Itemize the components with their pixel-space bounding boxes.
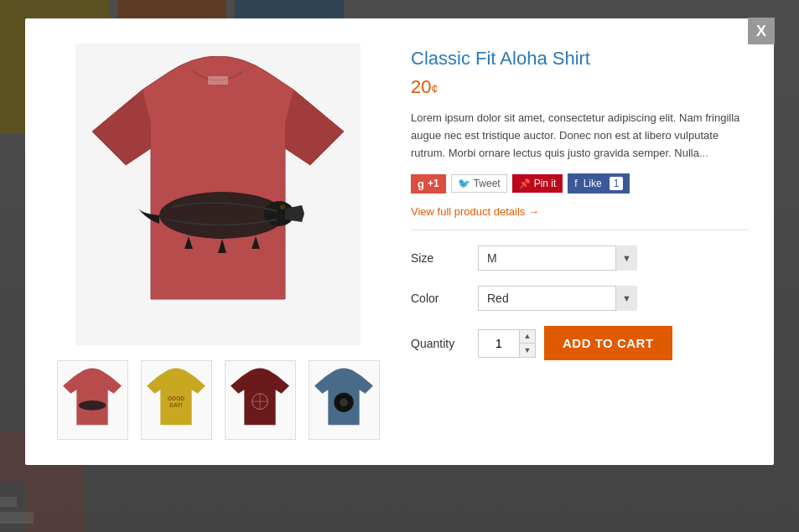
divider: [411, 230, 749, 230]
twitter-icon: 🐦: [458, 178, 470, 189]
color-select[interactable]: Red Blue Green Yellow Black White: [478, 286, 637, 311]
size-select[interactable]: XS S M L XL XXL: [478, 245, 637, 271]
social-buttons: g +1 🐦 Tweet 📌 Pin it f Like 1: [411, 173, 749, 194]
price-value: 20: [411, 76, 431, 97]
color-label: Color: [411, 292, 478, 305]
product-details: Classic Fit Aloha Shirt 20¢ Lorem ipsum …: [411, 44, 749, 440]
svg-text:DAY!: DAY!: [169, 402, 182, 408]
gplus-icon: g: [418, 178, 424, 190]
quantity-spinners: ▲ ▼: [519, 330, 535, 357]
pinterest-icon: 📌: [519, 178, 531, 189]
size-row: Size XS S M L XL XXL ▼: [411, 245, 749, 271]
facebook-button[interactable]: f Like 1: [568, 173, 630, 194]
svg-point-2: [280, 204, 285, 209]
facebook-icon: f: [574, 178, 577, 189]
quantity-input-group: ▲ ▼: [478, 329, 536, 358]
description-more-link[interactable]: ...: [699, 147, 708, 159]
tweet-button[interactable]: 🐦 Tweet: [451, 174, 507, 193]
thumbnail-4[interactable]: [309, 360, 380, 440]
quantity-label: Quantity: [411, 337, 478, 350]
svg-rect-3: [208, 76, 228, 85]
facebook-count: 1: [610, 177, 624, 190]
product-price: 20¢: [411, 76, 749, 98]
thumbnail-1[interactable]: [57, 360, 128, 440]
quantity-up-button[interactable]: ▲: [520, 330, 535, 343]
product-modal: X: [25, 18, 774, 465]
pin-button[interactable]: 📌 Pin it: [512, 174, 563, 193]
color-select-wrapper: Red Blue Green Yellow Black White ▼: [478, 286, 637, 311]
quantity-wrapper: ▲ ▼ ADD TO CART: [478, 326, 672, 360]
product-title: Classic Fit Aloha Shirt: [411, 48, 749, 70]
modal-body: GOOD DAY!: [50, 44, 749, 440]
gplus-button[interactable]: g +1: [411, 174, 446, 194]
size-select-wrapper: XS S M L XL XXL ▼: [478, 245, 637, 271]
product-image-section: GOOD DAY!: [50, 44, 386, 440]
svg-point-13: [343, 401, 344, 402]
thumbnail-3[interactable]: [225, 360, 296, 440]
product-main-image: [75, 44, 361, 345]
size-label: Size: [411, 251, 478, 265]
quantity-down-button[interactable]: ▼: [520, 343, 535, 357]
product-description: Lorem ipsum dolor sit amet, consectetur …: [411, 110, 749, 162]
thumbnail-2[interactable]: GOOD DAY!: [141, 360, 212, 440]
color-row: Color Red Blue Green Yellow Black White …: [411, 286, 749, 311]
svg-text:GOOD: GOOD: [168, 395, 184, 401]
price-currency: ¢: [431, 82, 438, 96]
quantity-row: Quantity ▲ ▼ ADD TO CART: [411, 326, 749, 360]
view-full-link[interactable]: View full product details →: [411, 205, 749, 218]
close-button[interactable]: X: [748, 18, 775, 44]
add-to-cart-button[interactable]: ADD TO CART: [544, 326, 672, 360]
tshirt-svg: [92, 56, 344, 333]
svg-point-4: [79, 400, 106, 411]
quantity-input[interactable]: [479, 330, 519, 357]
thumbnails: GOOD DAY!: [57, 360, 380, 440]
